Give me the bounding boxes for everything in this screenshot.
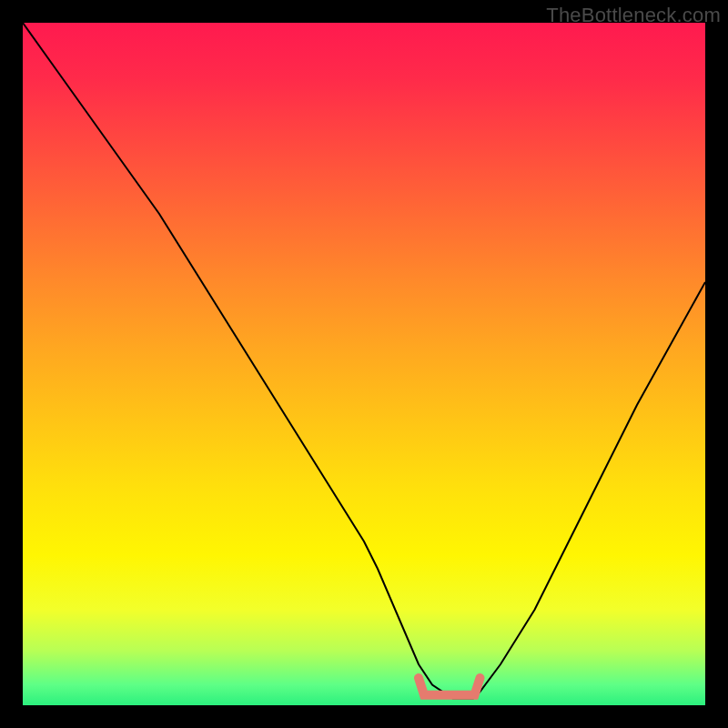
curve-svg <box>23 23 705 705</box>
bottleneck-curve <box>23 23 705 699</box>
plot-area <box>23 23 705 705</box>
chart-stage: TheBottleneck.com <box>0 0 728 728</box>
optimal-trough-band <box>419 678 480 695</box>
